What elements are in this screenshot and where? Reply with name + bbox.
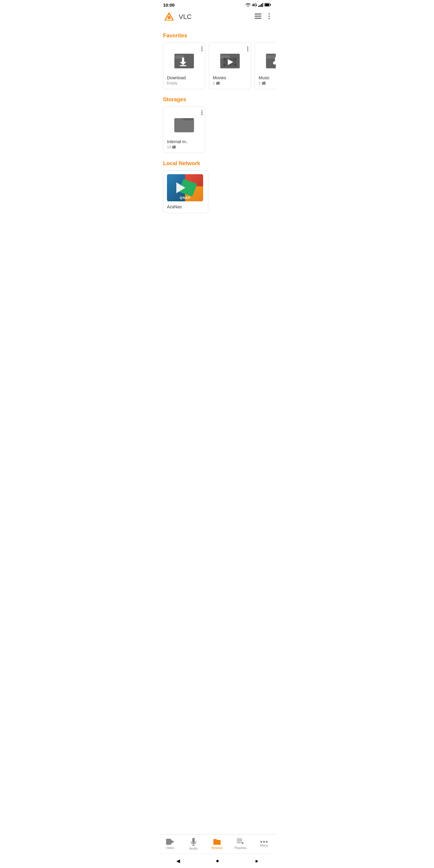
internal-storage-card-more-button[interactable]	[200, 109, 204, 118]
svg-point-14	[269, 13, 270, 14]
svg-point-45	[201, 114, 203, 115]
internal-folder-sub-icon	[172, 145, 176, 149]
more-options-button[interactable]	[267, 12, 271, 22]
svg-point-22	[201, 46, 203, 48]
svg-rect-3	[262, 3, 264, 7]
app-bar: VLC	[158, 8, 276, 25]
movies-card-sub: 1	[213, 81, 220, 85]
svg-rect-13	[255, 18, 261, 19]
svg-rect-11	[255, 13, 261, 14]
music-folder-sub-icon	[261, 82, 266, 85]
internal-storage-card[interactable]: Internal m.. 13	[163, 106, 205, 153]
local-network-section-header: Local Network	[158, 156, 276, 170]
svg-rect-0	[258, 6, 259, 7]
svg-rect-19	[182, 58, 184, 62]
movies-folder-icon	[218, 48, 242, 72]
download-folder-icon	[172, 48, 196, 72]
battery-icon	[264, 3, 271, 7]
internal-folder-icon	[172, 112, 196, 135]
storages-section-header: Storages	[158, 92, 276, 106]
favorites-section-header: Favorites	[158, 28, 276, 42]
svg-rect-29	[234, 58, 236, 60]
download-card-name: Download	[167, 75, 186, 81]
svg-point-23	[201, 48, 203, 50]
svg-rect-6	[270, 4, 271, 6]
svg-rect-21	[180, 65, 187, 66]
status-time: 10:00	[163, 2, 175, 7]
wifi-icon	[245, 3, 251, 7]
svg-point-33	[247, 46, 248, 48]
movies-card-more-button[interactable]	[246, 45, 250, 54]
azanas-card-name: AzaNas	[167, 204, 182, 210]
music-card[interactable]: Music 1	[255, 42, 276, 89]
favorites-cards: Download Empty	[158, 42, 276, 92]
network-type: 4G	[252, 3, 257, 7]
status-bar: 10:00 4G	[158, 0, 276, 8]
list-view-icon	[255, 13, 261, 19]
internal-storage-card-sub: 13	[167, 145, 176, 149]
download-card[interactable]: Download Empty	[163, 42, 205, 89]
svg-point-15	[269, 16, 270, 17]
movies-card[interactable]: Movies 1	[209, 42, 251, 89]
music-card-sub: 1	[258, 81, 266, 85]
app-title: VLC	[179, 13, 253, 21]
svg-point-34	[247, 48, 248, 50]
music-folder-icon	[264, 48, 276, 72]
internal-storage-card-name: Internal m..	[167, 139, 188, 144]
download-card-sub: Empty	[167, 81, 177, 85]
svg-rect-30	[223, 64, 225, 66]
local-network-cards: QNAP AzaNas	[158, 170, 276, 216]
svg-rect-37	[266, 56, 276, 59]
movies-card-name: Movies	[213, 75, 226, 81]
main-content: Favorites Download Empty	[158, 25, 276, 240]
svg-point-43	[201, 110, 203, 112]
svg-rect-28	[223, 58, 225, 60]
movies-folder-sub-icon	[216, 82, 220, 85]
storages-cards: Internal m.. 13	[158, 106, 276, 156]
download-card-more-button[interactable]	[200, 45, 204, 54]
status-icons: 4G	[245, 3, 271, 7]
svg-point-16	[269, 18, 270, 19]
svg-rect-10	[168, 16, 170, 18]
svg-rect-1	[260, 5, 261, 7]
qnap-logo-container: QNAP	[167, 174, 203, 201]
more-options-icon	[269, 13, 270, 19]
svg-rect-12	[255, 16, 261, 17]
vlc-logo	[163, 11, 175, 23]
svg-rect-31	[234, 64, 236, 66]
app-bar-actions	[253, 12, 271, 22]
signal-icon	[258, 3, 263, 7]
music-card-name: Music	[258, 75, 270, 81]
svg-point-44	[201, 112, 203, 113]
svg-point-35	[247, 50, 248, 51]
list-view-button[interactable]	[253, 12, 262, 22]
svg-rect-2	[261, 4, 262, 7]
azanas-card[interactable]: QNAP AzaNas	[163, 170, 208, 213]
svg-rect-5	[265, 4, 269, 6]
svg-point-24	[201, 50, 203, 51]
